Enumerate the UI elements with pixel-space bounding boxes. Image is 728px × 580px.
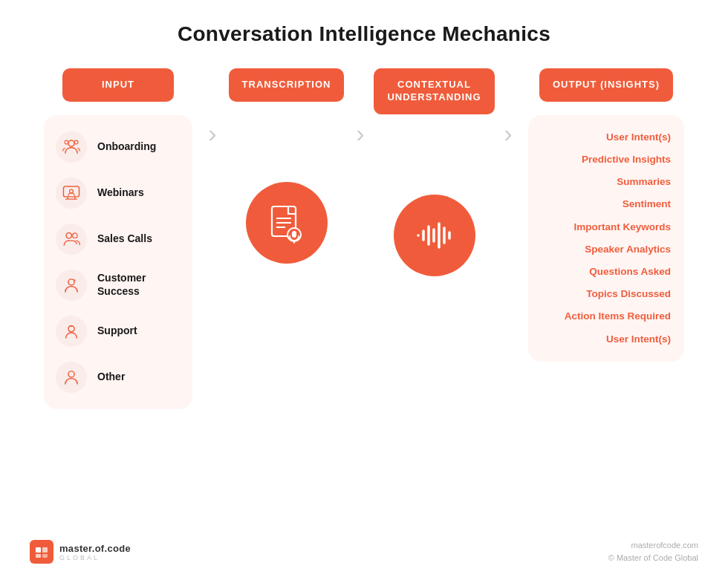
arrow-1: › — [196, 68, 229, 146]
svg-point-2 — [65, 140, 68, 144]
chevron-icon-1: › — [208, 120, 216, 146]
output-item-3: Sentiment — [542, 198, 671, 210]
svg-rect-26 — [36, 554, 41, 558]
input-badge: INPUT — [62, 68, 174, 102]
sales-label: Sales Calls — [97, 232, 152, 246]
transcription-column: TRANSCRIPTION — [229, 68, 344, 264]
input-item-onboarding: Onboarding — [56, 131, 181, 163]
output-column: OUTPUT (INSIGHTS) User Intent(s) Predict… — [524, 68, 688, 362]
webinars-label: Webinars — [97, 186, 144, 200]
webinars-icon — [56, 177, 87, 209]
output-panel: User Intent(s) Predictive Insights Summa… — [528, 115, 684, 362]
brand-copyright: © Master of Code Global — [608, 552, 698, 565]
transcription-badge: TRANSCRIPTION — [229, 68, 345, 102]
contextual-icon — [394, 195, 475, 276]
other-icon — [56, 362, 87, 393]
svg-rect-3 — [63, 186, 79, 197]
input-item-other: Other — [56, 362, 181, 393]
contextual-column: CONTEXTUAL UNDERSTANDING — [377, 68, 492, 276]
onboarding-icon — [56, 131, 87, 163]
arrow-2: › — [344, 68, 377, 146]
output-item-7: Topics Discussed — [542, 288, 671, 300]
input-item-webinars: Webinars — [56, 177, 181, 209]
output-badge: OUTPUT (INSIGHTS) — [539, 68, 673, 102]
svg-point-6 — [73, 233, 78, 238]
svg-point-9 — [68, 371, 74, 377]
input-panel: Onboarding Webinars — [44, 115, 192, 409]
input-item-support: Support — [56, 316, 181, 347]
output-item-1: Predictive Insights — [542, 154, 671, 166]
sales-icon — [56, 224, 87, 255]
output-item-6: Questions Asked — [542, 266, 671, 278]
page-title: Conversation Intelligence Mechanics — [30, 22, 698, 46]
footer: master.of.code GLOBAL masterofcode.com ©… — [0, 539, 728, 565]
output-item-0: User Intent(s) — [542, 131, 671, 143]
main-flow: INPUT Onboarding — [30, 68, 698, 409]
output-item-9: User Intent(s) — [542, 333, 671, 345]
input-item-sales: Sales Calls — [56, 224, 181, 255]
output-item-2: Summaries — [542, 176, 671, 188]
svg-rect-24 — [36, 547, 41, 553]
brand-text: master.of.code GLOBAL — [59, 543, 131, 561]
support-label: Support — [97, 325, 137, 338]
support-icon — [56, 316, 87, 347]
output-item-8: Action Items Required — [542, 310, 671, 322]
footer-right: masterofcode.com © Master of Code Global — [608, 539, 698, 565]
contextual-badge: CONTEXTUAL UNDERSTANDING — [374, 68, 494, 114]
brand-icon — [30, 540, 53, 564]
svg-point-4 — [70, 189, 74, 193]
svg-point-1 — [74, 140, 78, 144]
page: Conversation Intelligence Mechanics INPU… — [0, 0, 728, 580]
chevron-icon-2: › — [356, 120, 364, 146]
brand-logo: master.of.code GLOBAL — [30, 540, 131, 564]
customer-label: CustomerSuccess — [97, 272, 146, 298]
input-column: INPUT Onboarding — [40, 68, 196, 409]
onboarding-label: Onboarding — [97, 140, 156, 154]
svg-rect-25 — [42, 547, 48, 553]
input-item-customer: CustomerSuccess — [56, 270, 181, 301]
svg-point-5 — [66, 232, 71, 238]
transcription-icon — [246, 182, 328, 264]
output-item-4: Important Keywords — [542, 221, 671, 233]
svg-point-7 — [68, 279, 74, 285]
svg-rect-15 — [292, 231, 296, 238]
customer-icon — [56, 270, 87, 301]
chevron-icon-3: › — [504, 120, 512, 146]
output-item-5: Speaker Analytics — [542, 244, 671, 255]
svg-rect-27 — [42, 554, 48, 558]
svg-point-0 — [68, 140, 74, 146]
arrow-3: › — [492, 68, 524, 146]
brand-website: masterofcode.com — [608, 539, 698, 553]
other-label: Other — [97, 371, 125, 384]
